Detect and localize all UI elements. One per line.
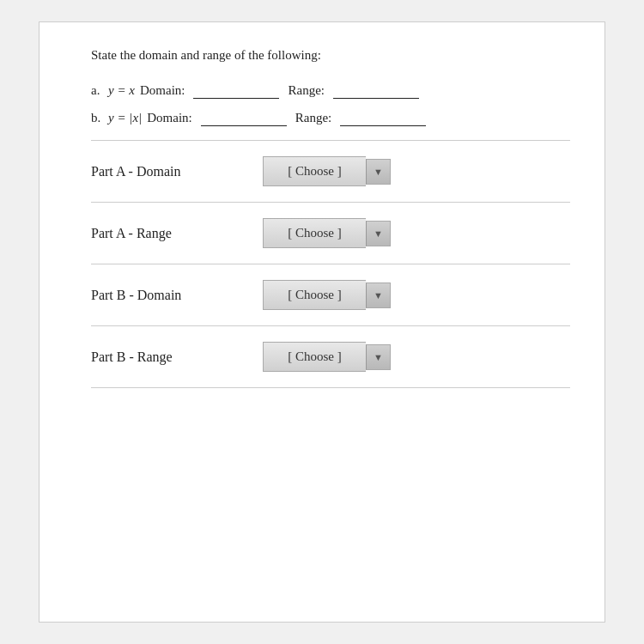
row-label-part-b-range: Part B - Range (91, 349, 263, 365)
page-container: State the domain and range of the follow… (39, 21, 605, 623)
dropdown-box-part-b-range[interactable]: [ Choose ] (263, 342, 366, 372)
problem-b-domain-field (201, 111, 287, 126)
problem-a-domain-field (193, 83, 279, 99)
problem-b-domain-label: Domain: (147, 111, 192, 125)
dropdown-wrapper-part-b-range: [ Choose ] (263, 342, 391, 372)
dropdown-wrapper-part-b-domain: [ Choose ] (263, 280, 391, 310)
dropdown-wrapper-part-a-range: [ Choose ] (263, 218, 391, 248)
problem-b: b. y = |x| Domain: Range: (91, 111, 570, 126)
dropdown-arrow-part-a-range[interactable] (366, 221, 391, 246)
problem-section: a. y = x Domain: Range: b. y = |x| Domai… (91, 83, 570, 126)
dropdown-box-part-b-domain[interactable]: [ Choose ] (263, 280, 366, 310)
row-label-part-b-domain: Part B - Domain (91, 288, 263, 303)
dropdown-wrapper-part-a-domain: [ Choose ] (263, 156, 391, 186)
problem-b-label: b. (91, 111, 103, 125)
problem-a-equation: y = x (108, 83, 135, 98)
instruction-text: State the domain and range of the follow… (91, 48, 570, 63)
problem-a-range-field (333, 83, 419, 99)
dropdown-box-part-a-domain[interactable]: [ Choose ] (263, 156, 366, 186)
row-label-part-a-range: Part A - Range (91, 226, 263, 241)
problem-a-label: a. (91, 83, 103, 98)
problem-b-range-label: Range: (295, 111, 332, 125)
row-part-a-domain: Part A - Domain [ Choose ] (91, 140, 570, 203)
row-part-b-range: Part B - Range [ Choose ] (91, 326, 570, 388)
problem-b-range-field (340, 111, 426, 126)
rows-container: Part A - Domain [ Choose ] Part A - Rang… (91, 140, 570, 388)
row-part-a-range: Part A - Range [ Choose ] (91, 203, 570, 264)
dropdown-arrow-part-a-domain[interactable] (366, 159, 391, 185)
problem-b-equation: y = |x| (108, 111, 142, 125)
dropdown-box-part-a-range[interactable]: [ Choose ] (263, 218, 366, 248)
dropdown-arrow-part-b-domain[interactable] (366, 283, 391, 308)
row-label-part-a-domain: Part A - Domain (91, 164, 263, 179)
problem-a-domain-label: Domain: (140, 83, 185, 98)
dropdown-arrow-part-b-range[interactable] (366, 344, 391, 370)
problem-a-range-label: Range: (288, 83, 325, 98)
row-part-b-domain: Part B - Domain [ Choose ] (91, 264, 570, 326)
problem-a: a. y = x Domain: Range: (91, 83, 570, 99)
